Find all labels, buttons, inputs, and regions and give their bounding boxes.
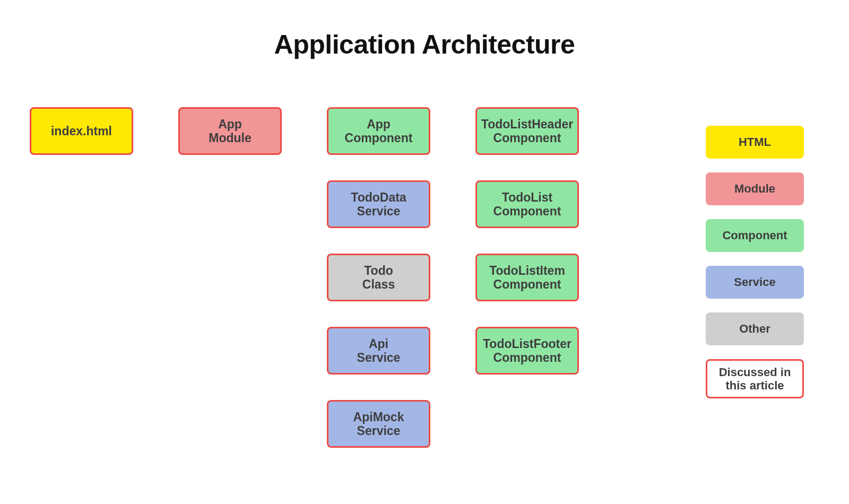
legend-legend-component: Component [706,219,804,252]
diagram-title: Application Architecture [0,29,849,60]
node-label: TodoList Component [493,190,561,219]
legend-legend-html: HTML [706,126,804,159]
legend-legend-discussed: Discussed in this article [706,359,804,398]
nodes-todolistheader: TodoListHeader Component [475,107,579,155]
node-label: App Component [345,117,413,145]
node-label: TodoData Service [351,190,406,219]
nodes-todolist: TodoList Component [475,180,579,228]
node-label: HTML [739,135,771,149]
node-label: Component [722,229,787,242]
nodes-app-module: App Module [178,107,282,155]
nodes-todo-class: Todo Class [327,254,430,301]
nodes-index-html: index.html [30,107,133,155]
node-label: Api Service [357,337,401,365]
nodes-apimock-service: ApiMock Service [327,400,430,448]
diagram-canvas: Application Architecture index.htmlApp M… [0,0,849,504]
nodes-tododata-service: TodoData Service [327,180,430,228]
node-label: Service [734,275,775,289]
node-label: Discussed in this article [719,366,791,393]
node-label: Todo Class [362,264,395,292]
node-label: TodoListHeader Component [481,117,573,145]
nodes-todolistfooter: TodoListFooter Component [475,327,579,375]
node-label: TodoListItem Component [489,264,565,292]
legend-legend-service: Service [706,266,804,299]
nodes-app-component: App Component [327,107,430,155]
nodes-todolistitem: TodoListItem Component [475,254,579,301]
node-label: App Module [209,117,252,145]
node-label: Module [734,182,775,195]
legend-legend-module: Module [706,172,804,205]
node-label: ApiMock Service [353,410,404,438]
node-label: TodoListFooter Component [483,337,571,365]
legend-legend-other: Other [706,312,804,345]
nodes-api-service: Api Service [327,327,430,375]
node-label: index.html [51,124,112,138]
node-label: Other [739,322,770,335]
